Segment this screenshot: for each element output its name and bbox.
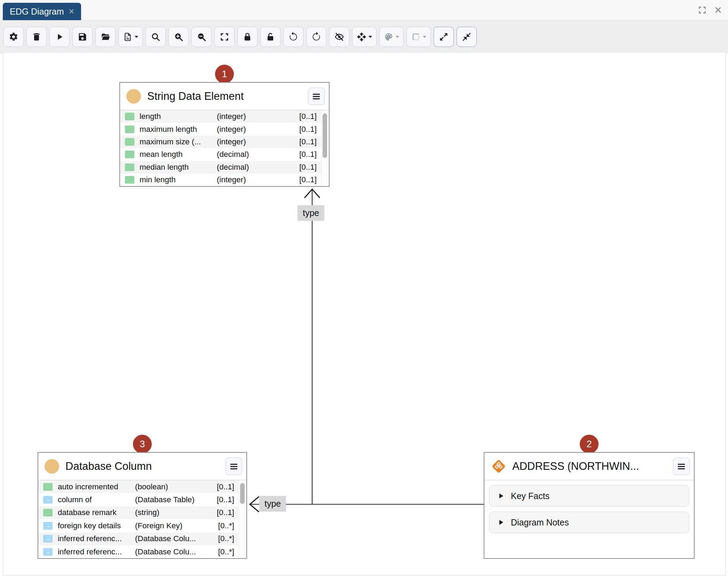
node-menu-button[interactable] xyxy=(225,458,242,475)
row-name: foreign key details xyxy=(58,521,135,530)
attribute-icon xyxy=(125,151,134,158)
tab-edg-diagram[interactable]: EDG Diagram × xyxy=(3,3,81,20)
attribute-icon xyxy=(125,176,134,184)
relation-row[interactable]: →inferred referenc...(Database Colu...[0… xyxy=(38,545,238,558)
node-title: String Data Element xyxy=(147,90,308,103)
attribute-row[interactable]: maximum size (...(integer)[0..1] xyxy=(120,136,321,148)
export-image-button[interactable] xyxy=(118,27,143,47)
close-icon[interactable]: × xyxy=(714,4,722,16)
chevron-down-icon xyxy=(135,36,138,38)
scrollbar-thumb[interactable] xyxy=(240,483,245,504)
file-image-icon xyxy=(123,32,133,42)
row-name: column of xyxy=(58,495,135,504)
redo-button[interactable] xyxy=(306,27,326,47)
collapse-arrows-icon xyxy=(462,32,472,42)
node-menu-button[interactable] xyxy=(673,458,690,475)
hide-button[interactable] xyxy=(329,27,349,47)
scrollbar-thumb[interactable] xyxy=(323,113,327,158)
node-menu-button[interactable] xyxy=(308,88,325,105)
row-type: (Database Colu... xyxy=(135,547,207,556)
row-type: (integer) xyxy=(217,125,289,134)
tab-close-icon[interactable]: × xyxy=(69,7,74,16)
row-type: (Database Colu... xyxy=(135,534,207,543)
fit-corners-icon xyxy=(220,32,229,42)
run-button[interactable] xyxy=(49,27,70,47)
attribute-row[interactable]: auto incremented(boolean)[0..1] xyxy=(38,480,238,493)
save-icon xyxy=(78,32,87,42)
play-icon xyxy=(55,32,64,42)
attribute-row[interactable]: database remark(string)[0..1] xyxy=(38,506,238,519)
expand-arrows-icon xyxy=(439,32,449,42)
attribute-icon xyxy=(43,509,53,516)
eye-slash-icon xyxy=(334,32,344,42)
collapse-button[interactable] xyxy=(457,27,477,47)
dataset-diamond-icon xyxy=(491,458,507,474)
relation-icon: → xyxy=(43,548,53,556)
selection-style-button[interactable] xyxy=(406,27,431,47)
rotate-ccw-icon xyxy=(288,32,298,42)
trash-icon xyxy=(32,32,41,42)
zoom-in-button[interactable] xyxy=(168,27,189,47)
unlock-button[interactable] xyxy=(260,27,280,47)
settings-button[interactable] xyxy=(3,27,24,47)
node-address-northwind[interactable]: ADDRESS (NORTHWIN... Key FactsDiagram No… xyxy=(484,452,695,559)
row-cardinality: [0..*] xyxy=(218,547,238,556)
attribute-icon xyxy=(125,163,134,171)
relation-row[interactable]: →foreign key details(Foreign Key)[0..*] xyxy=(38,519,238,532)
node-scrollbar[interactable] xyxy=(321,111,328,185)
save-button[interactable] xyxy=(72,27,93,47)
row-type: (string) xyxy=(135,508,207,517)
row-cardinality: [0..*] xyxy=(218,521,238,530)
row-cardinality: [0..1] xyxy=(299,125,321,134)
toolbar xyxy=(0,20,728,53)
row-cardinality: [0..1] xyxy=(299,137,321,146)
tab-bar: EDG Diagram × × xyxy=(0,0,728,20)
node-scrollbar[interactable] xyxy=(239,481,246,557)
section-diagram-notes[interactable]: Diagram Notes xyxy=(489,512,689,533)
lock-open-icon xyxy=(266,32,275,42)
fit-screen-button[interactable] xyxy=(214,27,235,47)
lock-button[interactable] xyxy=(237,27,258,47)
row-name: min length xyxy=(140,175,217,184)
node-database-column[interactable]: Database Column auto incremented(boolean… xyxy=(38,452,247,559)
undo-button[interactable] xyxy=(283,27,303,47)
row-name: database remark xyxy=(58,508,135,517)
row-name: inferred referenc... xyxy=(58,534,135,543)
node-string-data-element[interactable]: String Data Element length(integer)[0..1… xyxy=(119,82,330,187)
relation-row[interactable]: →column of(Database Table)[0..1] xyxy=(38,493,238,506)
zoom-out-button[interactable] xyxy=(191,27,212,47)
attribute-row[interactable]: mean length(decimal)[0..1] xyxy=(120,148,321,161)
expand-button[interactable] xyxy=(434,27,454,47)
row-name: maximum size (... xyxy=(140,137,217,146)
chevron-down-icon xyxy=(423,36,426,38)
row-cardinality: [0..1] xyxy=(299,150,321,159)
attribute-row[interactable]: maximum length(integer)[0..1] xyxy=(120,123,321,135)
row-cardinality: [0..1] xyxy=(217,508,238,517)
tab-title: EDG Diagram xyxy=(10,7,64,17)
fullscreen-icon[interactable] xyxy=(698,6,707,15)
row-type: (Database Table) xyxy=(135,495,207,504)
palette-button[interactable] xyxy=(379,27,404,47)
attribute-list: auto incremented(boolean)[0..1]→column o… xyxy=(38,480,238,558)
search-button[interactable] xyxy=(145,27,166,47)
lock-closed-icon xyxy=(243,32,252,42)
relation-icon: → xyxy=(43,535,53,543)
section-label: Diagram Notes xyxy=(511,517,569,528)
magnifier-icon xyxy=(151,32,160,42)
attribute-row[interactable]: median length(decimal)[0..1] xyxy=(120,161,321,174)
row-type: (decimal) xyxy=(217,150,289,159)
delete-button[interactable] xyxy=(26,27,47,47)
row-cardinality: [0..1] xyxy=(299,112,321,121)
row-name: auto incremented xyxy=(58,482,135,491)
section-key-facts[interactable]: Key Facts xyxy=(489,485,689,507)
attribute-row[interactable]: length(integer)[0..1] xyxy=(120,110,321,123)
node-title: ADDRESS (NORTHWIN... xyxy=(512,460,673,473)
open-button[interactable] xyxy=(95,27,116,47)
row-cardinality: [0..1] xyxy=(217,482,238,491)
row-name: median length xyxy=(140,163,217,172)
disclosure-triangle-icon xyxy=(499,493,503,498)
relation-row[interactable]: →inferred referenc...(Database Colu...[0… xyxy=(38,532,238,545)
move-button[interactable] xyxy=(352,27,377,47)
attribute-row[interactable]: min length(integer)[0..1] xyxy=(120,174,321,186)
node-badge-1: 1 xyxy=(215,65,234,83)
